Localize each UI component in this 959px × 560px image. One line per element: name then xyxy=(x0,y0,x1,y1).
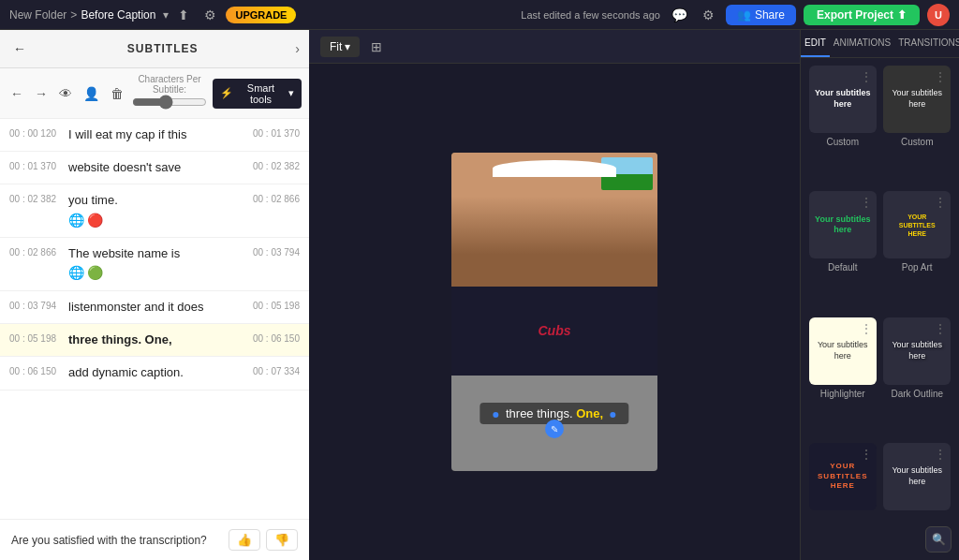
subtitle-row[interactable]: 00 : 01 370 website doesn't save 00 : 02… xyxy=(0,152,309,184)
caption-edit-handle[interactable]: ✎ xyxy=(545,420,564,438)
caption-highlight-text: One, xyxy=(576,406,603,420)
cubs-logo: Cubs xyxy=(539,323,571,338)
chars-label: Characters Per Subtitle: xyxy=(132,74,207,95)
subtitle-list: 00 : 00 120 I will eat my cap if this 00… xyxy=(0,119,309,519)
avatar[interactable]: U xyxy=(927,4,950,26)
chars-per-subtitle: Characters Per Subtitle: xyxy=(132,74,207,112)
style-item-default[interactable]: ⋮ Your subtitles here Default xyxy=(808,191,878,311)
user-icon[interactable]: 👤 xyxy=(81,83,102,104)
delete-icon[interactable]: 🗑 xyxy=(108,83,126,104)
dropdown-arrow[interactable]: ▾ xyxy=(163,8,169,22)
topbar: New Folder > Before Caption ▾ ⬆ ⚙ UPGRAD… xyxy=(0,0,959,30)
red-icon: 🔴 xyxy=(87,212,103,230)
right-panel-tabs: EDIT ANIMATIONS TRANSITIONS xyxy=(801,30,959,58)
tab-edit[interactable]: EDIT xyxy=(801,30,830,57)
project-name: Before Caption xyxy=(81,8,155,22)
style-preview-text8: Your subtitles here xyxy=(889,465,945,487)
style-item-popart[interactable]: ⋮ YOUR SUBTITLES HERE Pop Art xyxy=(883,191,952,311)
nav-left-icon[interactable]: ← xyxy=(7,83,26,104)
share-label: Share xyxy=(755,8,785,22)
settings-icon[interactable]: ⚙ xyxy=(200,4,220,26)
style-item-darkoutline[interactable]: ⋮ Your subtitles here Dark Outline xyxy=(883,317,952,437)
style-label-default: Default xyxy=(828,262,858,273)
topbar-left: New Folder > Before Caption ▾ ⬆ ⚙ UPGRAD… xyxy=(9,4,513,26)
video-frame: Cubs three things. One, ✎ xyxy=(451,153,657,471)
subtitle-row-active[interactable]: 00 : 05 198 three things. One, 00 : 06 1… xyxy=(0,324,309,357)
subtitle-text[interactable]: you time. 🌐🔴 xyxy=(68,192,241,229)
subtitle-row[interactable]: 00 : 00 120 I will eat my cap if this 00… xyxy=(0,119,309,152)
subtitle-panel-title: SUBTITLES xyxy=(30,42,295,55)
nav-right-icon[interactable]: → xyxy=(32,83,51,104)
back-arrow-icon[interactable]: ← xyxy=(9,37,30,60)
chars-slider[interactable] xyxy=(132,95,207,110)
video-cap xyxy=(493,160,616,177)
subtitle-row[interactable]: 00 : 02 382 you time. 🌐🔴 00 : 02 866 xyxy=(0,184,309,238)
style-preview-text6: Your subtitles here xyxy=(889,340,945,361)
end-time: 00 : 06 150 xyxy=(248,332,300,346)
subtitle-text[interactable]: three things. One, xyxy=(68,332,241,348)
globe-icon2: 🌐 xyxy=(68,264,84,283)
style-grid: ⋮ Your subtitles here Custom ⋮ Your subt… xyxy=(801,58,959,560)
style-more-button8[interactable]: ⋮ xyxy=(934,447,947,462)
tab-transitions[interactable]: TRANSITIONS xyxy=(894,30,959,57)
search-button-bottom[interactable]: 🔍 xyxy=(925,526,952,553)
style-preview-custom1: ⋮ Your subtitles here xyxy=(809,66,877,133)
style-item-highlighter[interactable]: ⋮ Your subtitles here Highlighter xyxy=(808,317,878,437)
lightning-icon: ⚡ xyxy=(220,87,233,99)
share-button[interactable]: 👥 Share xyxy=(726,5,796,25)
style-more-button4[interactable]: ⋮ xyxy=(934,195,947,210)
last-edited-text: Last edited a few seconds ago xyxy=(521,9,660,21)
smart-tools-arrow: ▾ xyxy=(288,87,294,99)
comment-icon[interactable]: 💬 xyxy=(668,4,691,26)
style-more-button7[interactable]: ⋮ xyxy=(860,447,873,462)
subtitle-text[interactable]: I will eat my cap if this xyxy=(68,126,241,143)
globe-icon: 🌐 xyxy=(68,212,84,230)
cubs-shirt: Cubs xyxy=(451,287,657,376)
subtitle-text[interactable]: add dynamic caption. xyxy=(68,364,241,381)
caption-dot-right xyxy=(611,412,616,418)
style-more-button3[interactable]: ⋮ xyxy=(860,195,873,210)
subtitle-text[interactable]: The website name is 🌐🟢 xyxy=(68,245,241,283)
subtitle-row[interactable]: 00 : 06 150 add dynamic caption. 00 : 07… xyxy=(0,357,309,390)
subtitle-text[interactable]: website doesn't save xyxy=(68,159,241,176)
style-item-custom1[interactable]: ⋮ Your subtitles here Custom xyxy=(808,66,878,185)
style-more-button5[interactable]: ⋮ xyxy=(860,321,873,336)
start-time: 00 : 02 866 xyxy=(9,245,61,260)
upgrade-button[interactable]: UPGRADE xyxy=(226,7,296,23)
start-time: 00 : 03 794 xyxy=(9,299,61,314)
subtitle-toolbar: ← → 👁 👤 🗑 Characters Per Subtitle: ⚡ Sma… xyxy=(0,68,309,119)
thumbs-up-button[interactable]: 👍 xyxy=(229,529,260,551)
export-button[interactable]: Export Project ⬆ xyxy=(804,5,920,25)
end-time: 00 : 01 370 xyxy=(248,126,300,141)
vote-buttons: 👍 👎 xyxy=(229,529,298,551)
style-item-custom2[interactable]: ⋮ Your subtitles here Custom xyxy=(883,66,952,185)
satisfaction-bar: Are you satisfied with the transcription… xyxy=(0,519,309,560)
end-time: 00 : 02 866 xyxy=(248,192,300,207)
share-icon: 👥 xyxy=(737,8,751,22)
collapse-panel-button[interactable]: › xyxy=(295,41,300,56)
style-more-button2[interactable]: ⋮ xyxy=(934,69,947,84)
style-item-7[interactable]: ⋮ YOUR SUBTITLES HERE xyxy=(808,443,878,553)
style-more-button[interactable]: ⋮ xyxy=(860,69,873,84)
start-time: 00 : 01 370 xyxy=(9,159,61,174)
gear-icon-right[interactable]: ⚙ xyxy=(699,4,718,26)
subtitle-row[interactable]: 00 : 02 866 The website name is 🌐🟢 00 : … xyxy=(0,238,309,291)
start-time: 00 : 06 150 xyxy=(9,364,61,379)
fit-button[interactable]: Fit ▾ xyxy=(320,37,360,57)
subtitle-row[interactable]: 00 : 03 794 listenmonster and it does 00… xyxy=(0,291,309,324)
eye-icon[interactable]: 👁 xyxy=(56,83,75,104)
style-preview-8: ⋮ Your subtitles here xyxy=(883,443,951,510)
thumbs-down-button[interactable]: 👎 xyxy=(266,529,298,551)
video-person-face xyxy=(451,153,657,298)
crop-icon[interactable]: ⊞ xyxy=(367,36,386,58)
smart-tools-label: Smart tools xyxy=(236,82,286,105)
caption-dot-left xyxy=(493,412,498,418)
style-more-button6[interactable]: ⋮ xyxy=(934,321,947,336)
tab-animations[interactable]: ANIMATIONS xyxy=(830,30,894,57)
folder-link[interactable]: New Folder xyxy=(9,8,66,22)
subtitle-text[interactable]: listenmonster and it does xyxy=(68,299,241,316)
start-time: 00 : 02 382 xyxy=(9,192,61,207)
smart-tools-button[interactable]: ⚡ Smart tools ▾ xyxy=(213,79,302,109)
upload-icon[interactable]: ⬆ xyxy=(174,4,193,26)
style-preview-text: Your subtitles here xyxy=(815,88,871,110)
